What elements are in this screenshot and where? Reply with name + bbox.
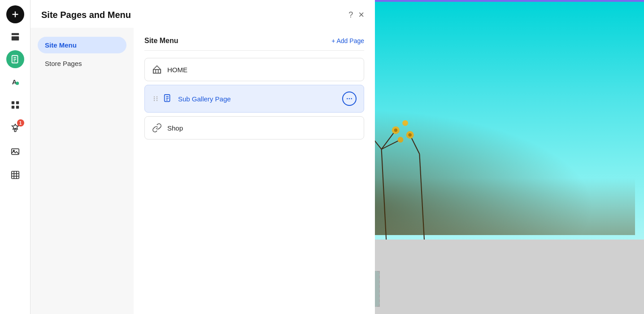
close-icon[interactable]: × bbox=[358, 9, 364, 21]
add-page-button[interactable]: + Add Page bbox=[331, 37, 364, 44]
plugins-button[interactable]: 1 bbox=[5, 118, 25, 138]
add-button[interactable] bbox=[6, 5, 24, 23]
svg-rect-11 bbox=[16, 101, 18, 104]
text-button[interactable]: A bbox=[5, 72, 25, 92]
svg-rect-12 bbox=[11, 106, 14, 109]
svg-point-26 bbox=[157, 98, 157, 99]
content-title: Site Menu bbox=[144, 37, 178, 45]
svg-point-65 bbox=[398, 137, 404, 143]
nav-item-store-pages[interactable]: Store Pages bbox=[38, 55, 126, 72]
svg-point-33 bbox=[347, 98, 348, 100]
svg-rect-22 bbox=[153, 70, 161, 73]
home-label: HOME bbox=[167, 66, 357, 74]
menu-item-shop[interactable]: Shop bbox=[144, 116, 364, 140]
svg-point-35 bbox=[351, 98, 352, 100]
right-content-panel: Site Menu + Add Page HOME bbox=[134, 28, 375, 314]
content-header: Site Menu + Add Page bbox=[144, 37, 364, 51]
svg-rect-3 bbox=[11, 36, 19, 40]
modal-title: Site Pages and Menu bbox=[41, 10, 131, 20]
svg-line-44 bbox=[419, 154, 424, 240]
svg-rect-13 bbox=[16, 106, 18, 109]
svg-point-23 bbox=[154, 96, 155, 97]
nav-item-site-menu[interactable]: Site Menu bbox=[38, 37, 126, 53]
svg-line-53 bbox=[382, 140, 400, 149]
layout-button[interactable] bbox=[5, 27, 25, 47]
svg-point-25 bbox=[154, 98, 155, 99]
svg-rect-17 bbox=[11, 171, 19, 179]
svg-point-71 bbox=[394, 128, 397, 131]
svg-point-9 bbox=[15, 82, 18, 85]
svg-point-67 bbox=[402, 120, 408, 126]
link-icon bbox=[152, 123, 162, 133]
help-icon[interactable]: ? bbox=[348, 10, 353, 20]
shop-label: Shop bbox=[167, 124, 357, 132]
pages-button[interactable] bbox=[6, 50, 24, 68]
modal-body: Site Menu Store Pages Site Menu + Add Pa… bbox=[30, 28, 375, 314]
plugins-badge: 1 bbox=[17, 119, 24, 126]
svg-rect-15 bbox=[11, 149, 19, 155]
drag-handle-icon bbox=[152, 95, 159, 102]
svg-rect-14 bbox=[14, 129, 16, 132]
modal-header-actions: ? × bbox=[348, 9, 364, 21]
svg-point-24 bbox=[157, 96, 157, 97]
menu-items-list: HOME Sub Gallery Page bbox=[144, 58, 364, 140]
apps-button[interactable] bbox=[5, 95, 25, 115]
svg-line-43 bbox=[382, 130, 396, 149]
svg-point-27 bbox=[154, 100, 155, 101]
more-options-button[interactable] bbox=[342, 92, 357, 106]
menu-item-sub-gallery[interactable]: Sub Gallery Page bbox=[144, 85, 364, 113]
left-toolbar: A 1 bbox=[0, 0, 30, 314]
table-button[interactable] bbox=[5, 165, 25, 185]
more-icon bbox=[346, 95, 353, 102]
sub-gallery-label: Sub Gallery Page bbox=[178, 95, 342, 103]
menu-item-home[interactable]: HOME bbox=[144, 58, 364, 81]
svg-point-66 bbox=[406, 131, 414, 139]
svg-point-34 bbox=[349, 98, 350, 100]
page-icon bbox=[163, 94, 173, 104]
svg-line-45 bbox=[410, 135, 419, 154]
svg-line-42 bbox=[382, 149, 387, 240]
site-pages-modal: Site Pages and Menu ? × Site Menu Store … bbox=[30, 0, 375, 314]
svg-rect-2 bbox=[11, 33, 19, 35]
left-nav-panel: Site Menu Store Pages bbox=[30, 28, 134, 314]
svg-point-28 bbox=[157, 100, 157, 101]
modal-header: Site Pages and Menu ? × bbox=[30, 0, 375, 28]
svg-point-72 bbox=[408, 133, 411, 136]
media-button[interactable] bbox=[5, 142, 25, 161]
home-icon bbox=[152, 65, 162, 74]
svg-point-63 bbox=[392, 126, 400, 134]
svg-rect-10 bbox=[11, 101, 14, 104]
